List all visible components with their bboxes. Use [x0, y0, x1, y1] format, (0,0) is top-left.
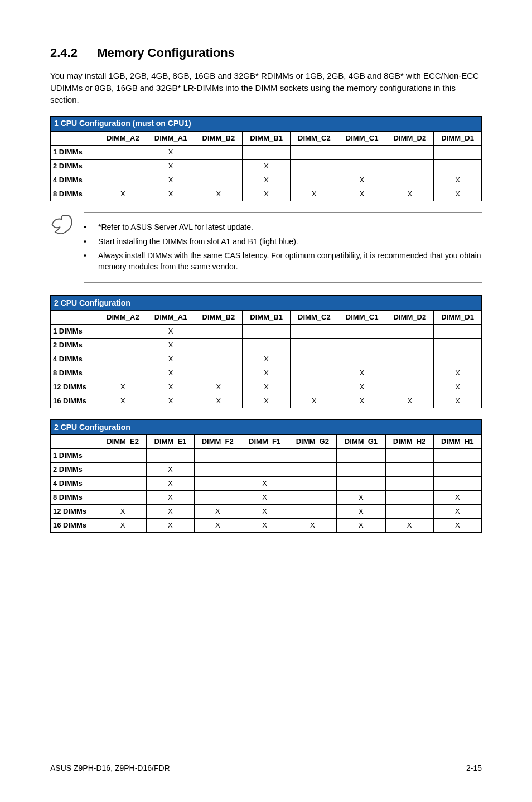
data-cell: X: [434, 173, 482, 187]
data-cell: [241, 449, 288, 463]
data-cell: X: [147, 325, 195, 339]
data-cell: X: [243, 380, 291, 394]
section-number: 2.4.2: [50, 45, 94, 62]
table-row: 4 DIMMsXX: [51, 477, 482, 491]
data-cell: [194, 449, 241, 463]
data-cell: [291, 352, 338, 366]
data-cell: [291, 366, 338, 380]
col-header: DIMM_E2: [99, 435, 147, 449]
data-cell: X: [337, 519, 385, 533]
data-cell: X: [243, 187, 291, 201]
data-cell: [386, 380, 434, 394]
data-cell: [99, 449, 147, 463]
col-header: DIMM_A2: [99, 132, 147, 146]
data-cell: X: [147, 146, 195, 160]
data-cell: [434, 352, 482, 366]
table-row: 2 DIMMsX: [51, 339, 482, 352]
data-cell: [433, 463, 481, 477]
data-cell: [195, 173, 243, 187]
data-cell: [194, 491, 241, 505]
data-cell: [195, 146, 243, 160]
data-cell: X: [194, 505, 241, 519]
page-footer: ASUS Z9PH-D16, Z9PH-D16/FDR 2-15: [50, 763, 482, 774]
data-cell: X: [337, 505, 385, 519]
data-cell: X: [337, 491, 385, 505]
data-cell: [434, 325, 482, 339]
data-cell: X: [99, 394, 147, 408]
data-cell: X: [241, 505, 288, 519]
data-cell: X: [147, 394, 195, 408]
data-cell: X: [147, 187, 195, 201]
data-cell: [291, 325, 338, 339]
data-cell: [386, 160, 434, 173]
footer-right: 2-15: [466, 763, 482, 774]
data-cell: X: [338, 366, 386, 380]
data-cell: [291, 339, 338, 352]
data-cell: [99, 463, 147, 477]
note-block: •*Refer to ASUS Server AVL for latest up…: [50, 212, 482, 283]
data-cell: X: [386, 187, 434, 201]
footer-left: ASUS Z9PH-D16, Z9PH-D16/FDR: [50, 763, 170, 774]
data-cell: X: [338, 394, 386, 408]
data-cell: [434, 339, 482, 352]
data-cell: X: [147, 519, 194, 533]
col-header: DIMM_E1: [147, 435, 194, 449]
table2-body: 1 DIMMsX2 DIMMsX4 DIMMsXX8 DIMMsXXXX12 D…: [51, 325, 482, 408]
table-row: 4 DIMMsXXXX: [51, 173, 482, 187]
data-cell: X: [433, 519, 481, 533]
data-cell: X: [385, 519, 433, 533]
table-row: 2 DIMMsX: [51, 463, 482, 477]
row-label: 8 DIMMs: [51, 491, 99, 505]
data-cell: [195, 339, 243, 352]
data-cell: [386, 146, 434, 160]
blank-cell: [51, 435, 99, 449]
data-cell: [337, 477, 385, 491]
col-header: DIMM_B2: [195, 311, 243, 325]
data-cell: [291, 380, 338, 394]
table-row: 4 DIMMsXX: [51, 352, 482, 366]
data-cell: [243, 325, 291, 339]
data-cell: X: [195, 394, 243, 408]
data-cell: [338, 339, 386, 352]
row-label: 2 DIMMs: [51, 463, 99, 477]
table-row: 1 DIMMsX: [51, 146, 482, 160]
col-header: DIMM_D1: [434, 132, 482, 146]
table-header-row: DIMM_A2 DIMM_A1 DIMM_B2 DIMM_B1 DIMM_C2 …: [51, 311, 482, 325]
data-cell: [434, 146, 482, 160]
data-cell: [337, 449, 385, 463]
col-header: DIMM_F1: [241, 435, 288, 449]
table1-body: 1 DIMMsX2 DIMMsXX4 DIMMsXXXX8 DIMMsXXXXX…: [51, 146, 482, 201]
note-item: •Start installing the DIMMs from slot A1…: [84, 236, 482, 248]
row-label: 4 DIMMs: [51, 352, 99, 366]
data-cell: [195, 160, 243, 173]
data-cell: [288, 477, 337, 491]
data-cell: X: [147, 366, 195, 380]
table-row: 2 DIMMsXX: [51, 160, 482, 173]
data-cell: X: [433, 491, 481, 505]
data-cell: [99, 366, 147, 380]
cpu-config-table-1: 1 CPU Configuration (must on CPU1) DIMM_…: [50, 116, 482, 201]
data-cell: X: [147, 477, 194, 491]
data-cell: X: [434, 394, 482, 408]
data-cell: X: [288, 519, 337, 533]
col-header: DIMM_C1: [338, 311, 386, 325]
row-label: 1 DIMMs: [51, 325, 99, 339]
col-header: DIMM_A1: [147, 132, 195, 146]
data-cell: [99, 173, 147, 187]
data-cell: X: [99, 519, 147, 533]
data-cell: [288, 491, 337, 505]
row-label: 4 DIMMs: [51, 173, 99, 187]
col-header: DIMM_G1: [337, 435, 385, 449]
data-cell: X: [241, 477, 288, 491]
col-header: DIMM_B2: [195, 132, 243, 146]
data-cell: [194, 477, 241, 491]
data-cell: X: [147, 173, 195, 187]
data-cell: X: [338, 187, 386, 201]
col-header: DIMM_B1: [243, 311, 291, 325]
table-title: 2 CPU Configuration: [51, 296, 482, 311]
table-header-row: DIMM_E2 DIMM_E1 DIMM_F2 DIMM_F1 DIMM_G2 …: [51, 435, 482, 449]
cpu-config-table-2: 2 CPU Configuration DIMM_A2 DIMM_A1 DIMM…: [50, 295, 482, 408]
data-cell: X: [241, 519, 288, 533]
row-label: 12 DIMMs: [51, 380, 99, 394]
row-label: 1 DIMMs: [51, 146, 99, 160]
